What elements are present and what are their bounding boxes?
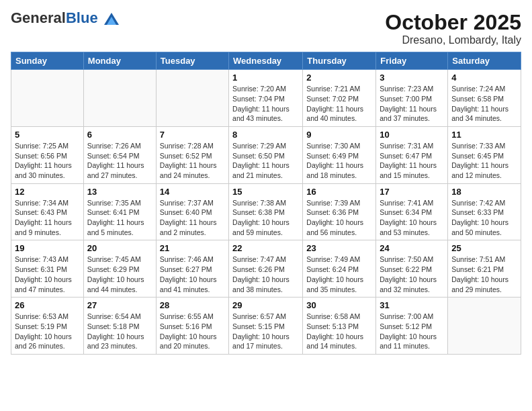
day-info: Sunrise: 7:46 AM Sunset: 6:27 PM Dayligh… (160, 255, 225, 294)
day-info: Sunrise: 7:21 AM Sunset: 7:02 PM Dayligh… (306, 84, 372, 124)
header-monday: Monday (83, 52, 156, 70)
page-header: GeneralBlue October 2025 Dresano, Lombar… (11, 11, 521, 46)
day-number: 3 (380, 73, 444, 83)
calendar-cell: 8Sunrise: 7:29 AM Sunset: 6:50 PM Daylig… (229, 126, 303, 183)
calendar-cell: 19Sunrise: 7:43 AM Sunset: 6:31 PM Dayli… (11, 240, 84, 298)
calendar-cell: 9Sunrise: 7:30 AM Sunset: 6:49 PM Daylig… (303, 126, 376, 183)
header-thursday: Thursday (303, 52, 376, 70)
day-number: 8 (232, 130, 299, 140)
day-number: 31 (380, 300, 444, 310)
calendar-cell: 22Sunrise: 7:47 AM Sunset: 6:26 PM Dayli… (229, 240, 303, 298)
calendar-subtitle: Dresano, Lombardy, Italy (385, 34, 521, 46)
day-number: 5 (15, 130, 80, 140)
header-sunday: Sunday (11, 52, 84, 70)
day-number: 27 (87, 300, 152, 310)
day-number: 30 (306, 300, 372, 310)
day-info: Sunrise: 7:29 AM Sunset: 6:50 PM Dayligh… (232, 141, 299, 181)
day-number: 17 (380, 187, 444, 197)
calendar-cell: 31Sunrise: 7:00 AM Sunset: 5:12 PM Dayli… (376, 298, 448, 355)
day-number: 19 (15, 243, 80, 253)
day-number: 25 (451, 243, 517, 253)
day-info: Sunrise: 7:45 AM Sunset: 6:29 PM Dayligh… (87, 255, 152, 294)
day-info: Sunrise: 7:50 AM Sunset: 6:22 PM Dayligh… (380, 255, 444, 294)
logo-icon (104, 13, 119, 25)
day-number: 24 (380, 243, 444, 253)
calendar-week-2: 5Sunrise: 7:25 AM Sunset: 6:56 PM Daylig… (11, 126, 521, 183)
calendar-cell: 21Sunrise: 7:46 AM Sunset: 6:27 PM Dayli… (156, 240, 228, 298)
calendar-cell: 11Sunrise: 7:33 AM Sunset: 6:45 PM Dayli… (448, 126, 521, 183)
day-info: Sunrise: 6:57 AM Sunset: 5:15 PM Dayligh… (232, 312, 299, 351)
day-info: Sunrise: 7:42 AM Sunset: 6:33 PM Dayligh… (451, 198, 517, 238)
calendar-cell: 5Sunrise: 7:25 AM Sunset: 6:56 PM Daylig… (11, 126, 84, 183)
day-number: 26 (15, 300, 80, 310)
day-info: Sunrise: 7:26 AM Sunset: 6:54 PM Dayligh… (87, 141, 152, 181)
day-info: Sunrise: 6:54 AM Sunset: 5:18 PM Dayligh… (87, 312, 152, 351)
day-info: Sunrise: 7:41 AM Sunset: 6:34 PM Dayligh… (380, 198, 444, 238)
calendar-cell (83, 70, 156, 127)
logo-text: GeneralBlue (11, 11, 119, 26)
calendar-cell: 13Sunrise: 7:35 AM Sunset: 6:41 PM Dayli… (83, 183, 156, 240)
calendar-cell: 17Sunrise: 7:41 AM Sunset: 6:34 PM Dayli… (376, 183, 448, 240)
day-number: 2 (306, 73, 372, 83)
calendar-table: Sunday Monday Tuesday Wednesday Thursday… (11, 52, 521, 355)
day-number: 21 (160, 243, 225, 253)
calendar-cell: 12Sunrise: 7:34 AM Sunset: 6:43 PM Dayli… (11, 183, 84, 240)
calendar-cell: 28Sunrise: 6:55 AM Sunset: 5:16 PM Dayli… (156, 298, 228, 355)
day-info: Sunrise: 7:33 AM Sunset: 6:45 PM Dayligh… (451, 141, 517, 181)
day-info: Sunrise: 7:25 AM Sunset: 6:56 PM Dayligh… (15, 141, 80, 181)
day-number: 9 (306, 130, 372, 140)
day-info: Sunrise: 7:43 AM Sunset: 6:31 PM Dayligh… (15, 255, 80, 294)
calendar-cell: 30Sunrise: 6:58 AM Sunset: 5:13 PM Dayli… (303, 298, 376, 355)
calendar-title: October 2025 (385, 11, 521, 34)
calendar-cell: 10Sunrise: 7:31 AM Sunset: 6:47 PM Dayli… (376, 126, 448, 183)
header-saturday: Saturday (448, 52, 521, 70)
day-number: 11 (451, 130, 517, 140)
calendar-cell: 4Sunrise: 7:24 AM Sunset: 6:58 PM Daylig… (448, 70, 521, 127)
calendar-week-1: 1Sunrise: 7:20 AM Sunset: 7:04 PM Daylig… (11, 70, 521, 127)
day-info: Sunrise: 7:39 AM Sunset: 6:36 PM Dayligh… (306, 198, 372, 238)
day-info: Sunrise: 7:31 AM Sunset: 6:47 PM Dayligh… (380, 141, 444, 181)
day-info: Sunrise: 6:55 AM Sunset: 5:16 PM Dayligh… (160, 312, 225, 351)
calendar-cell: 15Sunrise: 7:38 AM Sunset: 6:38 PM Dayli… (229, 183, 303, 240)
day-info: Sunrise: 7:24 AM Sunset: 6:58 PM Dayligh… (451, 84, 517, 124)
calendar-cell: 3Sunrise: 7:23 AM Sunset: 7:00 PM Daylig… (376, 70, 448, 127)
day-number: 22 (232, 243, 299, 253)
calendar-cell: 27Sunrise: 6:54 AM Sunset: 5:18 PM Dayli… (83, 298, 156, 355)
title-block: October 2025 Dresano, Lombardy, Italy (385, 11, 521, 46)
day-info: Sunrise: 6:53 AM Sunset: 5:19 PM Dayligh… (15, 312, 80, 351)
calendar-cell: 29Sunrise: 6:57 AM Sunset: 5:15 PM Dayli… (229, 298, 303, 355)
calendar-cell: 25Sunrise: 7:51 AM Sunset: 6:21 PM Dayli… (448, 240, 521, 298)
calendar-cell: 24Sunrise: 7:50 AM Sunset: 6:22 PM Dayli… (376, 240, 448, 298)
day-info: Sunrise: 7:49 AM Sunset: 6:24 PM Dayligh… (306, 255, 372, 294)
day-info: Sunrise: 7:37 AM Sunset: 6:40 PM Dayligh… (160, 198, 225, 238)
logo-general: General (11, 9, 66, 26)
day-number: 12 (15, 187, 80, 197)
calendar-cell (11, 70, 84, 127)
header-wednesday: Wednesday (229, 52, 303, 70)
logo: GeneralBlue (11, 11, 119, 26)
calendar-cell: 7Sunrise: 7:28 AM Sunset: 6:52 PM Daylig… (156, 126, 228, 183)
day-number: 13 (87, 187, 152, 197)
calendar-week-4: 19Sunrise: 7:43 AM Sunset: 6:31 PM Dayli… (11, 240, 521, 298)
calendar-cell: 16Sunrise: 7:39 AM Sunset: 6:36 PM Dayli… (303, 183, 376, 240)
calendar-cell (448, 298, 521, 355)
calendar-week-3: 12Sunrise: 7:34 AM Sunset: 6:43 PM Dayli… (11, 183, 521, 240)
day-info: Sunrise: 7:30 AM Sunset: 6:49 PM Dayligh… (306, 141, 372, 181)
day-number: 4 (451, 73, 517, 83)
day-info: Sunrise: 7:51 AM Sunset: 6:21 PM Dayligh… (451, 255, 517, 294)
day-info: Sunrise: 7:35 AM Sunset: 6:41 PM Dayligh… (87, 198, 152, 238)
calendar-cell: 1Sunrise: 7:20 AM Sunset: 7:04 PM Daylig… (229, 70, 303, 127)
day-info: Sunrise: 7:34 AM Sunset: 6:43 PM Dayligh… (15, 198, 80, 238)
day-info: Sunrise: 7:23 AM Sunset: 7:00 PM Dayligh… (380, 84, 444, 124)
day-info: Sunrise: 6:58 AM Sunset: 5:13 PM Dayligh… (306, 312, 372, 351)
calendar-cell: 2Sunrise: 7:21 AM Sunset: 7:02 PM Daylig… (303, 70, 376, 127)
day-info: Sunrise: 7:20 AM Sunset: 7:04 PM Dayligh… (232, 84, 299, 124)
calendar-cell: 6Sunrise: 7:26 AM Sunset: 6:54 PM Daylig… (83, 126, 156, 183)
day-number: 29 (232, 300, 299, 310)
header-tuesday: Tuesday (156, 52, 228, 70)
calendar-week-5: 26Sunrise: 6:53 AM Sunset: 5:19 PM Dayli… (11, 298, 521, 355)
day-info: Sunrise: 7:47 AM Sunset: 6:26 PM Dayligh… (232, 255, 299, 294)
calendar-cell: 18Sunrise: 7:42 AM Sunset: 6:33 PM Dayli… (448, 183, 521, 240)
day-number: 23 (306, 243, 372, 253)
calendar-cell: 26Sunrise: 6:53 AM Sunset: 5:19 PM Dayli… (11, 298, 84, 355)
